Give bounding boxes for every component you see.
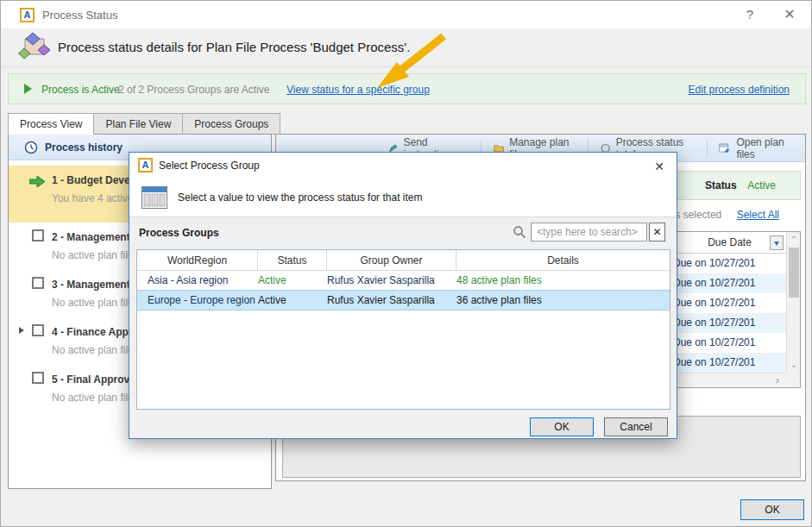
column-header[interactable]: WorldRegion <box>137 250 258 270</box>
scroll-up-icon[interactable]: ⌃ <box>787 233 801 247</box>
status-cell: Active <box>258 271 327 290</box>
process-groups-table-header: WorldRegion Status Group Owner Details <box>137 250 670 271</box>
region-cell: Europe - Europe region <box>137 291 258 310</box>
due-date-cell: Due on 10/27/201 <box>673 254 786 273</box>
history-item-subtitle: You have 4 active <box>52 192 133 204</box>
toolbar-label: Open plan files <box>736 136 793 160</box>
clear-search-icon[interactable]: ✕ <box>649 223 665 242</box>
scroll-right-icon[interactable]: › <box>771 373 784 387</box>
history-item-title: 4 - Finance Appro <box>52 326 139 338</box>
due-date-column-header: Due Date <box>708 236 752 248</box>
process-groups-label: Process Groups <box>139 227 219 239</box>
dialog-ok-button[interactable]: OK <box>740 499 804 520</box>
checkbox[interactable] <box>32 372 44 384</box>
status-cell: Active <box>258 291 327 310</box>
app-icon: A <box>20 8 35 22</box>
scrollbar-corner <box>786 373 800 387</box>
select-all-link[interactable]: Select All <box>737 209 779 221</box>
process-group-row-europe[interactable]: Europe - Europe region Active Rufus Xavi… <box>137 290 670 311</box>
status-value: Active <box>747 179 776 191</box>
modal-instruction-row: Select a value to view the process statu… <box>129 179 677 217</box>
process-status-text: Process is Active <box>41 84 120 96</box>
app-icon: A <box>138 158 153 173</box>
history-item-title: 1 - Budget Develo <box>52 174 139 186</box>
process-group-row-asia[interactable]: Asia - Asia region Active Rufus Xavier S… <box>137 271 670 290</box>
tab-plan-file-view[interactable]: Plan File View <box>94 113 183 135</box>
region-cell: Asia - Asia region <box>137 271 258 290</box>
ok-button[interactable]: OK <box>530 417 594 436</box>
owner-cell: Rufus Xavier Sasparilla <box>327 271 456 290</box>
modal-title-bar: A Select Process Group ✕ <box>129 153 677 179</box>
process-diagram-icon <box>18 32 51 61</box>
tab-bar: Process View Plan File View Process Grou… <box>8 113 280 135</box>
details-cell: 48 active plan files <box>456 271 670 290</box>
scrollbar-thumb[interactable] <box>789 248 799 298</box>
due-date-cell: Due on 10/27/201 <box>673 313 786 333</box>
details-cell: 36 active plan files <box>456 291 670 310</box>
checkbox[interactable] <box>32 277 44 289</box>
tab-process-groups[interactable]: Process Groups <box>183 113 280 135</box>
process-history-title: Process history <box>45 135 123 160</box>
history-item-title: 3 - Management <box>52 279 130 291</box>
modal-title: Select Process Group <box>159 160 260 172</box>
history-item-subtitle: No active plan file <box>52 392 134 404</box>
modal-instruction: Select a value to view the process statu… <box>178 191 422 204</box>
due-date-cell: Due on 10/27/201 <box>673 333 786 353</box>
column-header[interactable]: Group Owner <box>327 250 456 270</box>
column-header[interactable]: Details <box>456 250 670 270</box>
search-input[interactable] <box>531 223 647 242</box>
history-item-subtitle: No active plan file <box>52 249 134 261</box>
open-plan-files-icon <box>719 142 731 154</box>
close-icon[interactable]: ✕ <box>778 6 801 23</box>
edit-process-definition-link[interactable]: Edit process definition <box>689 84 790 96</box>
history-item-subtitle: No active plan file <box>52 297 134 309</box>
green-arrow-icon <box>29 176 45 187</box>
divider <box>1 66 811 67</box>
due-date-cell: Due on 10/27/201 <box>673 353 786 373</box>
checkbox[interactable] <box>32 324 44 336</box>
filter-dropdown-icon[interactable] <box>770 235 784 250</box>
history-item-subtitle: No active plan file <box>52 344 134 356</box>
column-header[interactable]: Status <box>258 250 327 270</box>
due-date-cell: Due on 10/27/201 <box>673 273 786 293</box>
expander-icon[interactable] <box>19 327 24 334</box>
scroll-down-icon[interactable]: ⌄ <box>787 358 801 372</box>
cancel-button[interactable]: Cancel <box>604 417 668 436</box>
search-icon <box>513 225 526 239</box>
owner-cell: Rufus Xavier Sasparilla <box>327 291 456 310</box>
play-icon <box>24 84 32 94</box>
status-label: Status <box>705 179 737 191</box>
history-item-title: 2 - Management <box>52 231 130 243</box>
vertical-scrollbar[interactable]: ⌃ ⌄ <box>786 232 800 373</box>
due-date-cell: Due on 10/27/201 <box>673 293 786 313</box>
help-icon[interactable]: ? <box>739 6 761 23</box>
table-select-icon <box>142 186 167 209</box>
process-status-dialog: A Process Status ? ✕ Process status deta… <box>0 0 812 527</box>
process-groups-table: WorldRegion Status Group Owner Details A… <box>136 249 670 410</box>
status-banner: Process is Active 2 of 2 Process Groups … <box>8 73 806 104</box>
close-icon[interactable]: ✕ <box>651 158 668 175</box>
select-process-group-dialog: A Select Process Group ✕ Select a value … <box>129 152 677 439</box>
checkbox[interactable] <box>32 229 44 242</box>
dialog-description: Process status details for Plan File Pro… <box>58 40 410 54</box>
open-plan-files-button[interactable]: Open plan files <box>707 135 805 161</box>
title-bar: A Process Status ? ✕ <box>1 1 811 28</box>
view-group-status-link[interactable]: View status for a specific group <box>286 84 430 96</box>
tab-process-view[interactable]: Process View <box>8 113 94 135</box>
group-summary-text: 2 of 2 Process Groups are Active <box>118 84 269 96</box>
window-title: Process Status <box>42 9 117 22</box>
clock-icon <box>24 141 38 154</box>
history-item-title: 5 - Final Approval <box>52 373 138 386</box>
